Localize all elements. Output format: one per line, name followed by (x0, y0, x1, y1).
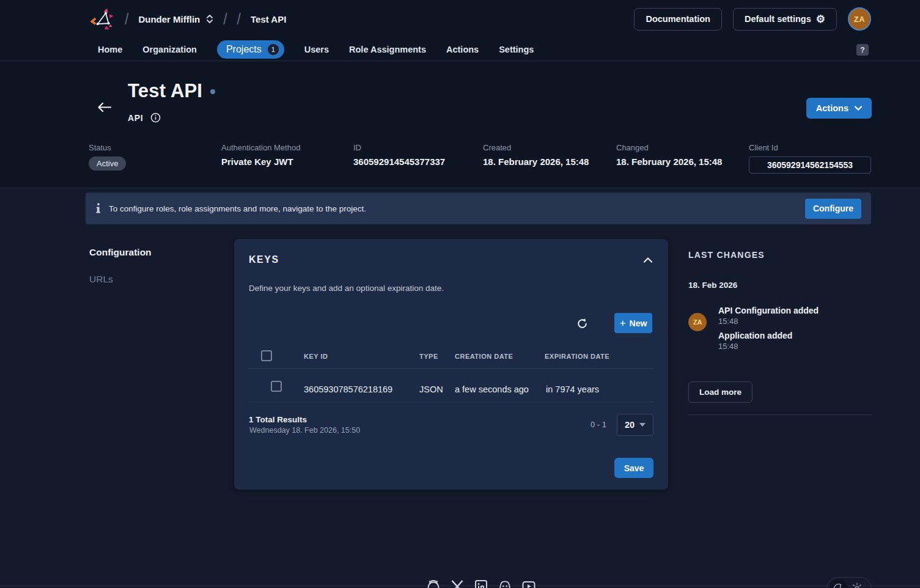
meta-label: ID (353, 143, 483, 152)
nav-item-organization[interactable]: Organization (142, 45, 197, 54)
select-all-checkbox[interactable] (261, 350, 272, 361)
changes-timeline: ZA API Configuration added 15:48 Applica… (688, 306, 872, 356)
logo-icon (90, 7, 115, 31)
results-timestamp: Wednesday 18. Feb 2026, 15:50 (249, 426, 360, 435)
new-key-button[interactable]: + New (614, 313, 652, 333)
arrow-left-icon (97, 102, 111, 112)
nav-item-actions[interactable]: Actions (446, 45, 479, 54)
meta-value: 18. February 2026, 15:48 (616, 156, 749, 167)
help-button[interactable]: ? (856, 44, 869, 56)
column-header-type: TYPE (419, 353, 438, 360)
info-icon[interactable] (150, 112, 161, 123)
state-dot-icon (210, 89, 215, 94)
table-divider (249, 402, 653, 402)
cell-expiration-date: in 7974 years (546, 384, 599, 394)
discord-icon[interactable] (498, 579, 512, 588)
save-button[interactable]: Save (614, 458, 653, 478)
chevron-down-icon (855, 106, 862, 111)
keys-card-title: KEYS (249, 254, 279, 265)
load-more-button[interactable]: Load more (688, 381, 753, 403)
theme-toggle (826, 577, 872, 588)
gear-icon: ⚙ (816, 14, 825, 24)
banner-text: To configure roles, role assignments and… (109, 204, 366, 213)
client-id-value[interactable]: 360592914562154553 (749, 156, 871, 174)
nav-item-users[interactable]: Users (304, 45, 329, 54)
info-pillar-icon (95, 203, 101, 214)
event-time: 15:48 (718, 342, 819, 351)
meta-label: Authentication Method (221, 143, 353, 152)
x-twitter-icon[interactable] (450, 579, 465, 588)
meta-status: Status Active (89, 143, 221, 174)
nav-item-settings[interactable]: Settings (499, 45, 534, 54)
app-meta-row: Status Active Authentication Method Priv… (89, 143, 872, 174)
breadcrumb-separator: / (125, 10, 128, 28)
nav-item-home[interactable]: Home (98, 45, 122, 54)
pagination-range: 0 - 1 (591, 420, 606, 429)
event-title: API Configuration added (718, 306, 819, 315)
keys-table-header: KEY ID TYPE CREATION DATE EXPIRATION DAT… (234, 349, 668, 367)
nav-item-projects[interactable]: Projects 1 (217, 40, 284, 59)
page-subtitle-row: API (128, 112, 161, 123)
app-logo[interactable] (90, 7, 115, 31)
plus-icon: + (620, 318, 626, 328)
caret-down-icon (639, 423, 646, 427)
back-button[interactable] (95, 98, 112, 116)
total-results-label: 1 Total Results (249, 415, 307, 424)
sidebar-item-configuration[interactable]: Configuration (89, 247, 152, 258)
linkedin-icon[interactable] (474, 579, 488, 588)
org-selector[interactable]: Dunder Mifflin (138, 13, 213, 24)
breadcrumb-current[interactable]: Test API (251, 14, 286, 24)
meta-label: Created (483, 143, 616, 152)
light-mode-button[interactable] (849, 581, 865, 588)
column-header-key-id: KEY ID (304, 353, 328, 360)
actions-dropdown-button[interactable]: Actions (806, 98, 872, 119)
info-banner: To configure roles, role assignments and… (86, 193, 871, 224)
meta-changed: Changed 18. February 2026, 15:48 (616, 143, 749, 174)
actions-label: Actions (816, 103, 848, 113)
row-checkbox[interactable] (271, 381, 282, 392)
meta-value: Private Key JWT (221, 156, 353, 167)
nav-projects-label: Projects (226, 44, 262, 55)
app-root: { "header": { "org_name": "Dunder Miffli… (0, 0, 920, 588)
github-icon[interactable] (426, 579, 441, 588)
documentation-label: Documentation (646, 14, 710, 24)
section-sidebar: Configuration URLs (89, 247, 152, 285)
column-header-creation-date: CREATION DATE (455, 353, 513, 360)
panel-divider (688, 414, 872, 415)
dark-mode-button[interactable] (830, 579, 848, 588)
table-row[interactable]: 360593078576218169 JSON a few seconds ag… (234, 372, 668, 402)
sun-icon (851, 582, 863, 588)
meta-label: Changed (616, 143, 749, 152)
refresh-icon (576, 317, 589, 330)
meta-client-id: Client Id 360592914562154553 (749, 143, 872, 174)
documentation-button[interactable]: Documentation (634, 8, 722, 31)
page-title: Test API (128, 80, 202, 102)
new-key-label: New (630, 318, 647, 328)
unfold-more-icon (206, 13, 213, 24)
breadcrumb-separator: / (223, 10, 227, 28)
projects-count-badge: 1 (267, 43, 279, 56)
configure-button[interactable]: Configure (805, 199, 861, 219)
refresh-button[interactable] (574, 315, 590, 331)
change-author-avatar: ZA (688, 313, 707, 331)
breadcrumb-separator: / (237, 10, 241, 28)
nav-item-role-assignments[interactable]: Role Assignments (349, 45, 426, 54)
sidebar-item-urls[interactable]: URLs (89, 274, 152, 285)
event-time: 15:48 (718, 317, 819, 326)
change-event: Application added 15:48 (718, 331, 819, 351)
collapse-card-button[interactable] (640, 253, 656, 266)
youtube-icon[interactable] (521, 579, 536, 588)
meta-value: 18. February 2026, 15:48 (483, 156, 616, 167)
change-events: API Configuration added 15:48 Applicatio… (718, 306, 819, 356)
main-nav: Home Organization Projects 1 Users Role … (0, 38, 920, 61)
last-changes-title: LAST CHANGES (688, 250, 872, 260)
meta-value: 360592914545377337 (353, 156, 483, 167)
org-name: Dunder Mifflin (138, 14, 200, 24)
table-divider (249, 368, 653, 369)
default-settings-button[interactable]: Default settings ⚙ (733, 8, 837, 31)
page-title-row: Test API (128, 80, 215, 102)
page-size-select[interactable]: 20 (617, 414, 653, 436)
header-hero-section: / Dunder Mifflin / / Test API Documentat… (0, 0, 920, 188)
cell-key-id: 360593078576218169 (304, 384, 392, 394)
user-avatar[interactable]: ZA (848, 7, 871, 31)
